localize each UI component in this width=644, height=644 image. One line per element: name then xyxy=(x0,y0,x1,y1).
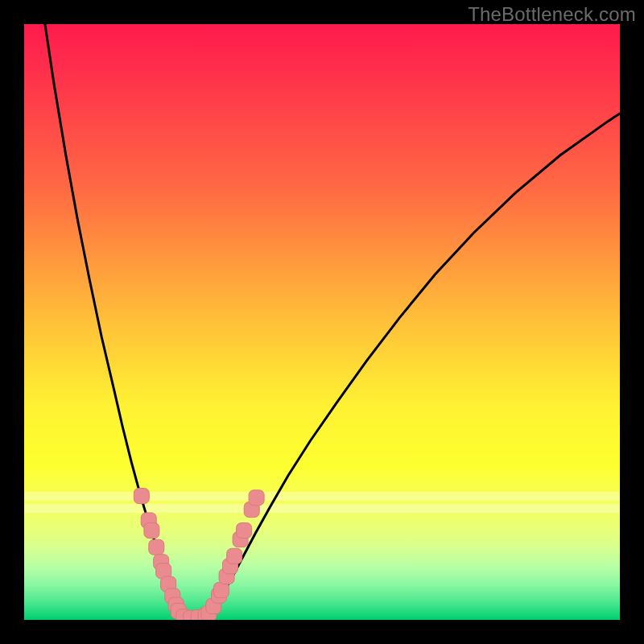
curves-svg xyxy=(24,24,620,620)
data-marker xyxy=(134,489,149,504)
data-marker xyxy=(249,490,264,506)
data-marker xyxy=(149,539,164,555)
data-marker xyxy=(237,523,252,539)
curve-group xyxy=(45,24,620,619)
data-marker xyxy=(227,548,242,564)
watermark-text: TheBottleneck.com xyxy=(468,3,636,26)
data-marker xyxy=(144,523,159,539)
data-marker xyxy=(213,583,229,598)
plot-area xyxy=(24,24,620,620)
chart-frame: TheBottleneck.com xyxy=(0,0,644,644)
bottleneck-curve xyxy=(45,24,620,619)
